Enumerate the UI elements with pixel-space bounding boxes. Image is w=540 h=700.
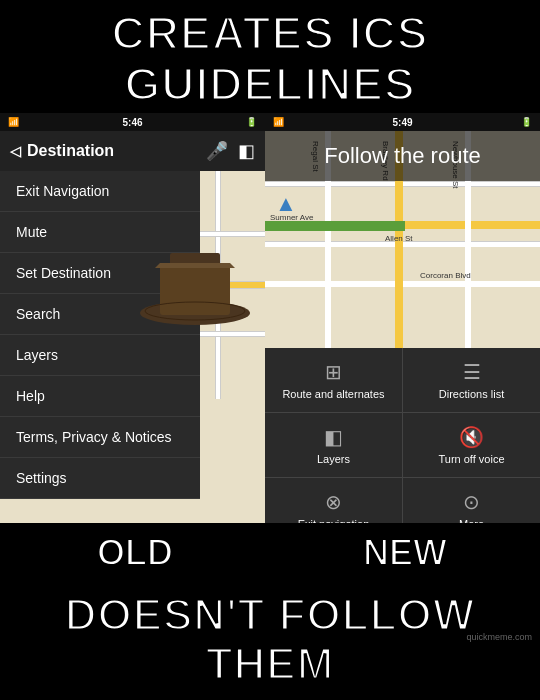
- menu-exit-navigation[interactable]: Exit Navigation: [0, 171, 200, 212]
- old-label: OLD: [0, 532, 270, 574]
- menu-layers[interactable]: Layers: [0, 335, 200, 376]
- action-row-3: ⊗ Exit navigation ⊙ More: [265, 478, 540, 523]
- scumbag-hat: [140, 243, 250, 333]
- action-more[interactable]: ⊙ More: [403, 478, 540, 523]
- voice-label: Turn off voice: [438, 453, 504, 465]
- dropdown-menu: Exit Navigation Mute Set Destination Sea…: [0, 171, 200, 499]
- mic-icon[interactable]: 🎤: [206, 140, 228, 162]
- layers-action-icon: ◧: [324, 425, 343, 449]
- more-label: More: [459, 518, 484, 523]
- layers-action-label: Layers: [317, 453, 350, 465]
- watermark: quickmeme.com: [466, 632, 532, 642]
- bottom-meme-text: DOESN'T FOLLOW THEM: [0, 583, 540, 692]
- svg-marker-4: [155, 263, 235, 268]
- green-route-r: [265, 221, 405, 231]
- action-route-alternates[interactable]: ⊞ Route and alternates: [265, 348, 403, 412]
- directions-label: Directions list: [439, 388, 504, 400]
- route-icon: ⊞: [325, 360, 342, 384]
- right-time: 5:49: [392, 117, 412, 128]
- action-row-2: ◧ Layers 🔇 Turn off voice: [265, 413, 540, 478]
- action-exit-nav[interactable]: ⊗ Exit navigation: [265, 478, 403, 523]
- label-allen-r: Allen St: [385, 234, 413, 243]
- right-status-bar: 📶 5:49 🔋: [265, 113, 540, 131]
- left-status-bar: 📶 5:46 🔋: [0, 113, 265, 131]
- destination-title: ◁ Destination: [10, 142, 114, 160]
- bottom-labels: OLD NEW: [0, 523, 540, 583]
- more-icon: ⊙: [463, 490, 480, 514]
- left-battery-icon: 🔋: [246, 117, 257, 127]
- nav-arrow-right-map: ▲: [275, 191, 297, 217]
- voice-icon: 🔇: [459, 425, 484, 449]
- left-status-left: 📶: [8, 117, 19, 127]
- directions-icon: ☰: [463, 360, 481, 384]
- right-phone: 📶 5:49 🔋 Sumner Ave Allen St Bradley Rd …: [265, 113, 540, 523]
- action-layers[interactable]: ◧ Layers: [265, 413, 403, 477]
- right-status-right: 🔋: [521, 117, 532, 127]
- menu-help[interactable]: Help: [0, 376, 200, 417]
- left-phone: 📶 5:46 🔋 Chalmers St Emerson St All: [0, 113, 265, 523]
- route-label: Route and alternates: [282, 388, 384, 400]
- svg-rect-1: [160, 263, 230, 315]
- menu-terms[interactable]: Terms, Privacy & Notices: [0, 417, 200, 458]
- nav-icons-right: 🎤 ◧: [206, 140, 255, 162]
- top-meme-text: CREATES ICS GUIDELINES: [0, 0, 540, 113]
- nav-arrow-icon: ◁: [10, 143, 21, 159]
- follow-route-text: Follow the route: [324, 143, 481, 169]
- new-label: NEW: [270, 532, 540, 574]
- left-status-right: 🔋: [246, 117, 257, 127]
- phones-container: 📶 5:46 🔋 Chalmers St Emerson St All: [0, 113, 540, 523]
- left-nav-bar: ◁ Destination 🎤 ◧: [0, 131, 265, 171]
- left-time: 5:46: [122, 117, 142, 128]
- exit-nav-label: Exit navigation: [298, 518, 370, 523]
- action-row-1: ⊞ Route and alternates ☰ Directions list: [265, 348, 540, 413]
- left-sim-icon: 📶: [8, 117, 19, 127]
- menu-settings[interactable]: Settings: [0, 458, 200, 499]
- action-bar: ⊞ Route and alternates ☰ Directions list…: [265, 348, 540, 523]
- layers-icon[interactable]: ◧: [238, 140, 255, 162]
- follow-route-bar: Follow the route: [265, 131, 540, 181]
- right-status-left: 📶: [273, 117, 284, 127]
- label-corcoran: Corcoran Blvd: [420, 271, 471, 280]
- action-directions-list[interactable]: ☰ Directions list: [403, 348, 540, 412]
- exit-nav-icon: ⊗: [325, 490, 342, 514]
- action-turn-off-voice[interactable]: 🔇 Turn off voice: [403, 413, 540, 477]
